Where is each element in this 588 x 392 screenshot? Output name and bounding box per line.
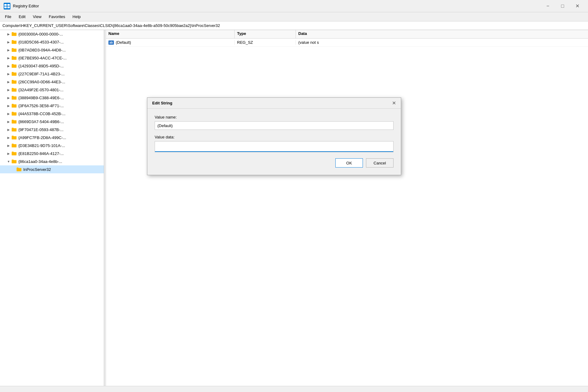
menu-file[interactable]: File: [1, 13, 15, 20]
tree-item-10[interactable]: ▶ {44A5378B-CC0B-452B-...: [0, 110, 104, 118]
col-data-header: Data: [296, 30, 588, 38]
main-content: ▶ {0003000A-0000-0000-... ▶ {018D5C66-45…: [0, 30, 588, 386]
maximize-button[interactable]: □: [556, 1, 570, 11]
dialog-body: Value name: Value data: OK Cancel: [147, 109, 401, 175]
title-bar-controls: − □ ✕: [541, 1, 584, 11]
folder-icon-0: [11, 32, 17, 36]
tree-item-label-10: {44A5378B-CC0B-452B-...: [18, 111, 66, 116]
chevron-right-icon-11: ▶: [6, 119, 11, 124]
chevron-right-icon-13: ▶: [6, 135, 11, 140]
values-header: Name Type Data: [106, 30, 588, 39]
chevron-right-icon-1: ▶: [6, 40, 11, 44]
tree-item-label-3: {0E7BE950-4ACC-47CE-...: [18, 56, 67, 60]
status-bar: [0, 386, 588, 392]
chevron-right-icon-6: ▶: [6, 79, 11, 84]
tree-item-label-8: {388949B9-C388-49E6-...: [18, 96, 64, 100]
tree-item-5[interactable]: ▶ {227C9E8F-71A1-4B23-...: [0, 70, 104, 78]
app-icon: [4, 3, 10, 9]
tree-item-label-14: {D3E34B21-9D75-101A-...: [18, 143, 65, 148]
chevron-right-icon-12: ▶: [6, 127, 11, 132]
tree-item-15[interactable]: ▶ {E81B2250-846A-4127-...: [0, 149, 104, 157]
tree-item-14[interactable]: ▶ {D3E34B21-9D75-101A-...: [0, 141, 104, 149]
tree-item-9[interactable]: ▶ {3F6A7526-3E58-4F71-...: [0, 102, 104, 110]
chevron-right-icon-9: ▶: [6, 103, 11, 108]
folder-icon-1: [11, 40, 17, 44]
tree-item-label-12: {9F70471E-0593-487B-...: [18, 127, 63, 132]
menu-edit[interactable]: Edit: [15, 13, 29, 20]
tree-item-label-16: {86ca1aa0-34aa-4e8b-...: [18, 159, 62, 164]
chevron-right-icon-2: ▶: [6, 47, 11, 52]
chevron-right-icon-7: ▶: [6, 87, 11, 92]
tree-panel: ▶ {0003000A-0000-0000-... ▶ {018D5C66-45…: [0, 30, 104, 386]
chevron-right-icon-3: ▶: [6, 55, 11, 60]
svg-rect-0: [4, 3, 10, 9]
cancel-button[interactable]: Cancel: [366, 158, 394, 168]
tree-item-label-7: {32A49F2E-0570-4801-...: [18, 88, 63, 92]
chevron-right-icon-15: ▶: [6, 151, 11, 156]
folder-icon-10: [11, 111, 17, 116]
minimize-button[interactable]: −: [541, 1, 555, 11]
tree-item-label-4: {14293047-89D5-495D-...: [18, 64, 64, 68]
chevron-down-icon-16: ▼: [6, 159, 11, 164]
tree-item-7[interactable]: ▶ {32A49F2E-0570-4801-...: [0, 86, 104, 94]
value-data-wrapper: [155, 141, 394, 152]
folder-icon-13: [11, 135, 17, 140]
svg-rect-4: [7, 6, 10, 8]
folder-icon-15: [11, 151, 17, 156]
dialog-buttons: OK Cancel: [155, 158, 394, 168]
folder-icon-14: [11, 143, 17, 148]
menu-view[interactable]: View: [29, 13, 45, 20]
tree-item-label-15: {E81B2250-846A-4127-...: [18, 151, 64, 156]
tree-item-4[interactable]: ▶ {14293047-89D5-495D-...: [0, 62, 104, 70]
tree-item-1[interactable]: ▶ {018D5C66-4533-4307-...: [0, 38, 104, 46]
folder-icon-3: [11, 55, 17, 60]
tree-item-13[interactable]: ▶ {A99FC7FB-2D8A-499C-...: [0, 134, 104, 141]
tree-item-6[interactable]: ▶ {26CC99A0-0D66-44E3-...: [0, 78, 104, 86]
ab-badge-0: ab: [108, 40, 114, 45]
menu-help[interactable]: Help: [69, 13, 85, 20]
folder-icon-7: [11, 87, 17, 92]
value-data-input[interactable]: [155, 141, 393, 152]
menu-favorites[interactable]: Favorites: [45, 13, 69, 20]
tree-item-8[interactable]: ▶ {388949B9-C388-49E6-...: [0, 94, 104, 102]
tree-item-2[interactable]: ▶ {0B7AD8D3-094A-44D8-...: [0, 46, 104, 54]
col-name-header: Name: [106, 30, 235, 38]
dialog-close-button[interactable]: ✕: [389, 99, 398, 107]
tree-item-label-2: {0B7AD8D3-094A-44D8-...: [18, 48, 66, 52]
folder-icon-8: [11, 95, 17, 100]
col-type-header: Type: [235, 30, 296, 38]
tree-item-0[interactable]: ▶ {0003000A-0000-0000-...: [0, 30, 104, 38]
chevron-right-icon: ▶: [6, 32, 11, 36]
folder-icon-5: [11, 71, 17, 76]
tree-item-label-17: InProcServer32: [23, 167, 51, 172]
tree-item-label-1: {018D5C66-4533-4307-...: [18, 40, 64, 44]
value-data-label: Value data:: [155, 135, 394, 139]
address-path: Computer\HKEY_CURRENT_USER\Software\Clas…: [2, 23, 220, 28]
folder-icon-2: [11, 47, 17, 52]
ok-button[interactable]: OK: [335, 158, 363, 168]
folder-icon-4: [11, 63, 17, 68]
svg-rect-2: [7, 4, 10, 6]
tree-item-3[interactable]: ▶ {0E7BE950-4ACC-47CE-...: [0, 54, 104, 62]
folder-icon-9: [11, 103, 17, 108]
menu-bar: File Edit View Favorites Help: [0, 12, 588, 21]
folder-icon-16: [11, 159, 17, 164]
tree-item-11[interactable]: ▶ {8669D3A7-5404-49B6-...: [0, 118, 104, 126]
chevron-right-icon-4: ▶: [6, 63, 11, 68]
tree-item-16[interactable]: ▼ {86ca1aa0-34aa-4e8b-...: [0, 157, 104, 165]
value-name-input[interactable]: [155, 121, 394, 130]
tree-item-17[interactable]: InProcServer32: [0, 165, 104, 173]
dialog-title-bar: Edit String ✕: [147, 98, 401, 109]
tree-item-12[interactable]: ▶ {9F70471E-0593-487B-...: [0, 126, 104, 134]
chevron-right-icon-10: ▶: [6, 111, 11, 116]
close-button[interactable]: ✕: [570, 1, 584, 11]
chevron-right-icon-8: ▶: [6, 95, 11, 100]
svg-rect-3: [4, 6, 7, 8]
value-row-0[interactable]: ab (Default) REG_SZ (value not s: [106, 39, 588, 47]
title-bar-text: Registry Editor: [13, 4, 541, 8]
tree-item-label-0: {0003000A-0000-0000-...: [18, 32, 63, 36]
chevron-right-icon-5: ▶: [6, 71, 11, 76]
address-bar: Computer\HKEY_CURRENT_USER\Software\Clas…: [0, 21, 588, 30]
chevron-right-icon-14: ▶: [6, 143, 11, 148]
folder-icon-17: [16, 167, 22, 172]
